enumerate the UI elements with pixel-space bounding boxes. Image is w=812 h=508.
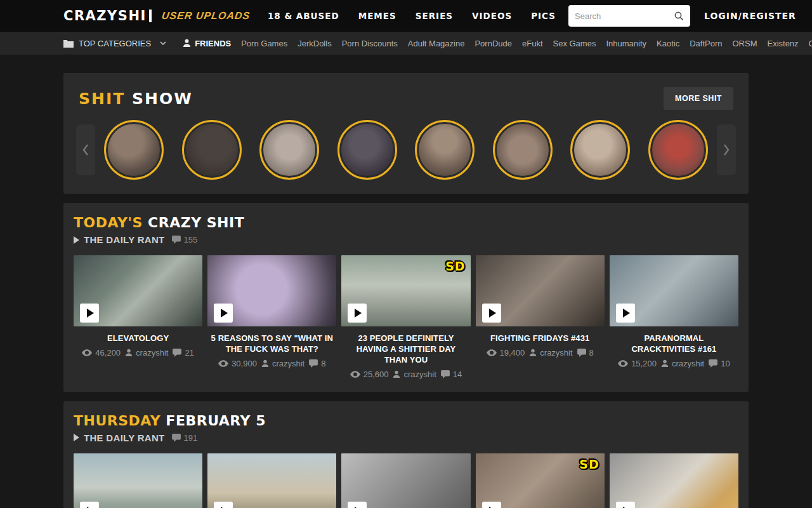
- story-thumb-2[interactable]: [182, 120, 242, 180]
- partner-link-jerkdolls[interactable]: JerkDolls: [298, 39, 331, 48]
- partner-link-adult-magazine[interactable]: Adult Magazine: [408, 39, 465, 48]
- search-input[interactable]: [575, 11, 674, 21]
- video-thumbnail[interactable]: [476, 255, 605, 326]
- comments-count: 10: [721, 359, 730, 368]
- video-card[interactable]: 5 REASONS TO SAY "WHAT IN THE FUCK WAS T…: [207, 255, 336, 379]
- sd-quality-badge: SD: [579, 457, 599, 471]
- uploader-name: crazyshit: [540, 348, 572, 358]
- views-count: 46,200: [95, 348, 121, 358]
- partner-link-orsm[interactable]: ORSM: [732, 39, 757, 48]
- site-logo[interactable]: CRAZYSHI: [63, 8, 152, 23]
- shit-show-title-accent: SHIT: [79, 90, 125, 108]
- video-card[interactable]: [610, 453, 738, 508]
- nav-memes[interactable]: MEMES: [358, 11, 396, 21]
- video-thumbnail[interactable]: [74, 453, 202, 508]
- person-icon: [125, 349, 133, 357]
- search-icon[interactable]: [674, 11, 684, 21]
- login-register-link[interactable]: LOGIN/REGISTER: [704, 11, 796, 21]
- views-count: 19,400: [500, 348, 525, 358]
- nav-18-and-abused[interactable]: 18 & ABUSED: [268, 11, 339, 21]
- today-title-accent: TODAY'S: [74, 215, 143, 231]
- uploader-name: crazyshit: [272, 359, 304, 368]
- sub-nav: TOP CATEGORIES FRIENDS Porn Games JerkDo…: [0, 32, 812, 55]
- story-carousel: [74, 120, 738, 180]
- story-thumb-5[interactable]: [415, 120, 475, 180]
- comment-icon: [173, 349, 181, 357]
- video-card[interactable]: SD: [476, 453, 605, 508]
- video-thumbnail[interactable]: SD: [341, 255, 470, 326]
- play-button-icon: [348, 502, 367, 508]
- comment-icon: [172, 236, 181, 244]
- video-card[interactable]: [74, 453, 202, 508]
- story-thumb-8[interactable]: [648, 120, 708, 180]
- play-button-icon: [616, 304, 635, 323]
- play-button-icon: [482, 502, 501, 508]
- site-logo-bar: [149, 10, 152, 22]
- video-title: ELEVATOLOGY: [74, 333, 202, 344]
- partner-link-porn-games[interactable]: Porn Games: [241, 39, 287, 48]
- story-thumb-4[interactable]: [337, 120, 397, 180]
- views-count: 15,200: [631, 359, 657, 368]
- today-section-title: TODAY'S CRAZY SHIT: [74, 215, 738, 232]
- video-card[interactable]: PARANORMAL CRACKTIVITIES #161 15,200 cra…: [610, 255, 738, 379]
- shit-show-title-rest: SHOW: [132, 90, 193, 108]
- video-thumbnail[interactable]: [341, 453, 470, 508]
- story-thumb-3[interactable]: [259, 120, 319, 180]
- video-title: 5 REASONS TO SAY "WHAT IN THE FUCK WAS T…: [207, 333, 336, 355]
- comment-icon: [441, 370, 450, 378]
- play-button-icon: [348, 304, 367, 323]
- comments-count: 8: [589, 348, 594, 358]
- nav-videos[interactable]: VIDEOS: [472, 11, 512, 21]
- person-icon: [393, 370, 400, 378]
- video-thumbnail[interactable]: [207, 453, 336, 508]
- play-triangle-icon: [74, 434, 79, 441]
- carousel-prev-button[interactable]: [76, 124, 95, 175]
- daily-rant-link[interactable]: THE DAILY RANT 155: [74, 234, 738, 245]
- video-stats: 30,900 crazyshit 8: [207, 359, 336, 368]
- views-count: 25,600: [363, 370, 389, 379]
- video-card[interactable]: ELEVATOLOGY 46,200 crazyshit 21: [74, 255, 202, 379]
- partner-link-porndude[interactable]: PornDude: [475, 39, 512, 48]
- partner-link-inhumanity[interactable]: Inhumanity: [606, 39, 646, 48]
- nav-series[interactable]: SERIES: [416, 11, 453, 21]
- comment-icon: [172, 434, 181, 442]
- eye-icon: [350, 371, 360, 378]
- nav-pics[interactable]: PICS: [531, 11, 556, 21]
- partner-link-celebs[interactable]: Celebs: [809, 39, 812, 48]
- partner-link-efukt[interactable]: eFukt: [522, 39, 543, 48]
- story-thumb-1[interactable]: [104, 120, 164, 180]
- uploader-name: crazyshit: [403, 370, 436, 379]
- daily-rant-comment-count: 191: [172, 433, 198, 443]
- partner-link-kaotic[interactable]: Kaotic: [657, 39, 679, 48]
- video-thumbnail[interactable]: [610, 255, 738, 326]
- comment-icon: [709, 359, 717, 368]
- story-thumb-7[interactable]: [570, 120, 630, 180]
- carousel-next-button[interactable]: [717, 124, 736, 175]
- uploader-name: crazyshit: [672, 359, 704, 368]
- video-card[interactable]: [207, 453, 336, 508]
- story-thumb-6[interactable]: [493, 120, 553, 180]
- chevron-down-icon: [160, 41, 166, 45]
- video-thumbnail[interactable]: SD: [476, 453, 605, 508]
- video-thumbnail[interactable]: [610, 453, 738, 508]
- video-thumbnail[interactable]: [207, 255, 336, 326]
- video-card[interactable]: FIGHTING FRIDAYS #431 19,400 crazyshit 8: [476, 255, 605, 379]
- partner-link-porn-discounts[interactable]: Porn Discounts: [342, 39, 398, 48]
- partner-link-existenz[interactable]: Existenz: [767, 39, 798, 48]
- thursday-section-title: THURSDAY FEBRUARY 5: [74, 413, 738, 430]
- top-categories-dropdown[interactable]: TOP CATEGORIES: [63, 39, 166, 48]
- daily-rant-link[interactable]: THE DAILY RANT 191: [74, 432, 738, 443]
- video-thumbnail[interactable]: [74, 255, 202, 326]
- eye-icon: [218, 360, 228, 367]
- play-button-icon: [214, 304, 233, 323]
- views-count: 30,900: [232, 359, 257, 368]
- video-card[interactable]: [341, 453, 470, 508]
- more-shit-button[interactable]: MORE SHIT: [664, 87, 733, 110]
- partner-link-sex-games[interactable]: Sex Games: [553, 39, 596, 48]
- shit-show-title: SHIT SHOW: [79, 90, 193, 108]
- daily-rant-comment-count: 155: [172, 235, 198, 244]
- friends-link[interactable]: FRIENDS: [183, 39, 231, 48]
- thursday-title-rest: FEBRUARY 5: [166, 413, 266, 429]
- partner-link-daftporn[interactable]: DaftPorn: [690, 39, 722, 48]
- video-card[interactable]: SD 23 PEOPLE DEFINITELY HAVING A SHITTIE…: [341, 255, 470, 379]
